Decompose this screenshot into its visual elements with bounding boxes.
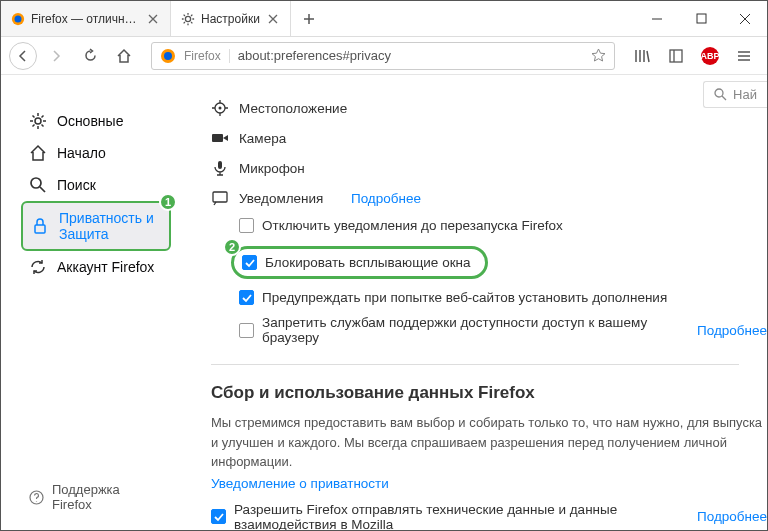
checkbox-label: Запретить службам поддержки доступности … [262, 315, 673, 345]
home-icon [29, 144, 47, 162]
microphone-icon [211, 159, 229, 177]
svg-rect-10 [35, 225, 45, 233]
window-controls [635, 1, 767, 36]
bookmark-star-icon[interactable] [591, 48, 606, 63]
url-text: about:preferences#privacy [238, 48, 583, 63]
section-text: Мы стремимся предоставить вам выбор и со… [211, 413, 767, 472]
home-button[interactable] [109, 41, 139, 71]
gear-icon [29, 112, 47, 130]
settings-main: Местоположение Камера Микрофон Уведомлен… [181, 75, 767, 530]
forward-button[interactable] [41, 41, 71, 71]
checkbox-block-popups[interactable]: 2 Блокировать всплывающие окна [231, 246, 488, 279]
support-label: Поддержка Firefox [52, 482, 163, 512]
sidebar-item-label: Аккаунт Firefox [57, 259, 154, 275]
sidebar-item-label: Основные [57, 113, 123, 129]
back-button[interactable] [9, 42, 37, 70]
search-placeholder: Най [733, 87, 757, 102]
sidebar-item-label: Начало [57, 145, 106, 161]
abp-button[interactable]: ABP [695, 41, 725, 71]
settings-sidebar: Основные Начало Поиск Приватность и Защи… [1, 75, 181, 530]
svg-rect-3 [697, 14, 706, 23]
checkbox-disable-notifications[interactable]: Отключить уведомления до перезапуска Fir… [211, 213, 767, 238]
checkbox-allow-telemetry[interactable]: Разрешить Firefox отправлять технические… [211, 497, 767, 531]
divider [211, 364, 739, 365]
privacy-notice-link[interactable]: Уведомление о приватности [211, 476, 767, 491]
svg-rect-15 [218, 161, 222, 169]
checkbox-warn-addons[interactable]: Предупреждать при попытке веб-сайтов уст… [211, 285, 767, 310]
abp-icon: ABP [701, 47, 719, 65]
maximize-button[interactable] [679, 1, 723, 36]
tab-firefox-welcome[interactable]: Firefox — отличный браузер д [1, 1, 171, 36]
perm-label: Уведомления [239, 191, 323, 206]
library-button[interactable] [627, 41, 657, 71]
perm-label: Микрофон [239, 161, 305, 176]
checkbox[interactable] [211, 509, 226, 524]
svg-point-13 [219, 107, 222, 110]
perm-label: Камера [239, 131, 286, 146]
svg-rect-14 [212, 134, 223, 142]
checkbox-block-a11y[interactable]: Запретить службам поддержки доступности … [211, 310, 767, 350]
gear-icon [181, 12, 195, 26]
search-settings[interactable]: Най [703, 81, 767, 108]
firefox-icon [160, 48, 176, 64]
sidebar-item-label: Поиск [57, 177, 96, 193]
checkbox-label: Предупреждать при попытке веб-сайтов уст… [262, 290, 667, 305]
notification-icon [211, 189, 229, 207]
sidebar-item-general[interactable]: Основные [21, 105, 171, 137]
perm-label: Местоположение [239, 101, 347, 116]
svg-point-8 [35, 118, 41, 124]
sidebar-item-home[interactable]: Начало [21, 137, 171, 169]
svg-point-2 [185, 16, 190, 21]
new-tab-button[interactable] [291, 1, 327, 36]
sidebar-item-label: Приватность и Защита [59, 210, 161, 242]
url-bar[interactable]: Firefox about:preferences#privacy [151, 42, 615, 70]
sidebar-item-search[interactable]: Поиск [21, 169, 171, 201]
perm-microphone: Микрофон [211, 153, 767, 183]
lock-icon [31, 217, 49, 235]
sidebar-item-privacy[interactable]: Приватность и Защита 1 [21, 201, 171, 251]
close-icon[interactable] [146, 12, 160, 26]
help-icon [29, 490, 44, 505]
sidebar-support[interactable]: Поддержка Firefox [21, 474, 171, 520]
sidebar-button[interactable] [661, 41, 691, 71]
svg-point-7 [715, 89, 723, 97]
minimize-button[interactable] [635, 1, 679, 36]
perm-location: Местоположение [211, 93, 767, 123]
svg-point-5 [164, 52, 172, 60]
toolbar: Firefox about:preferences#privacy ABP [1, 37, 767, 75]
tab-title: Настройки [201, 12, 260, 26]
annotation-badge-1: 1 [159, 193, 177, 211]
menu-button[interactable] [729, 41, 759, 71]
svg-rect-6 [670, 50, 682, 62]
search-icon [714, 88, 727, 101]
checkbox-label: Разрешить Firefox отправлять технические… [234, 502, 673, 531]
annotation-badge-2: 2 [223, 238, 241, 256]
checkbox-label: Блокировать всплывающие окна [265, 255, 471, 270]
svg-rect-16 [213, 192, 227, 202]
svg-point-9 [31, 178, 41, 188]
checkbox[interactable] [242, 255, 257, 270]
checkbox[interactable] [239, 323, 254, 338]
svg-point-1 [15, 15, 22, 22]
location-icon [211, 99, 229, 117]
learn-more-link[interactable]: Подробнее [697, 509, 767, 524]
learn-more-link[interactable]: Подробнее [351, 191, 421, 206]
perm-camera: Камера [211, 123, 767, 153]
checkbox[interactable] [239, 218, 254, 233]
titlebar: Firefox — отличный браузер д Настройки [1, 1, 767, 37]
tab-title: Firefox — отличный браузер д [31, 12, 140, 26]
close-window-button[interactable] [723, 1, 767, 36]
learn-more-link[interactable]: Подробнее [697, 323, 767, 338]
perm-notifications: Уведомления Подробнее [211, 183, 767, 213]
reload-button[interactable] [75, 41, 105, 71]
sidebar-item-account[interactable]: Аккаунт Firefox [21, 251, 171, 283]
close-icon[interactable] [266, 12, 280, 26]
tab-settings[interactable]: Настройки [171, 1, 291, 36]
checkbox-label: Отключить уведомления до перезапуска Fir… [262, 218, 563, 233]
checkbox[interactable] [239, 290, 254, 305]
camera-icon [211, 129, 229, 147]
search-icon [29, 176, 47, 194]
sync-icon [29, 258, 47, 276]
url-prefix: Firefox [184, 49, 230, 63]
section-title-data: Сбор и использование данных Firefox [211, 383, 767, 403]
